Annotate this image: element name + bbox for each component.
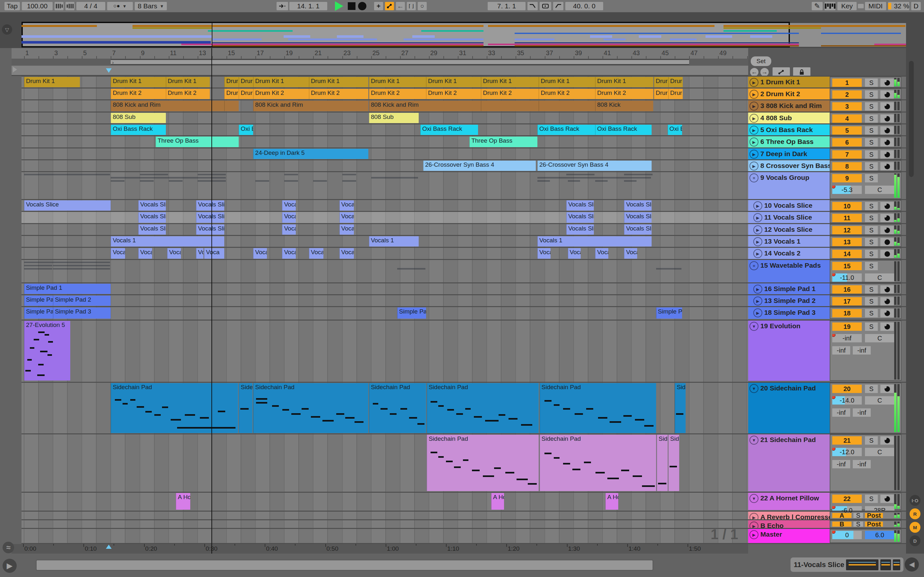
lane-vocals-slice-12[interactable]: Vocals SliVocals SliVocaVocaVocals SliVo… (21, 224, 748, 235)
solo-button[interactable]: S (865, 214, 878, 222)
track-activator-button[interactable]: 10 (832, 202, 862, 210)
send-b-field[interactable]: -inf (853, 460, 871, 468)
clip[interactable]: Sidechain Pad (111, 383, 238, 433)
clip[interactable]: Drum Kit 1 (166, 77, 210, 87)
send-a-field[interactable]: -inf (832, 346, 850, 355)
track-name-block[interactable]: ▶10 Vocals Slice (748, 200, 834, 211)
clip[interactable]: Drum Kit 2 (369, 89, 426, 99)
clip[interactable]: Sidechain Pad (540, 383, 656, 433)
set-button[interactable]: Set (751, 56, 771, 66)
clip[interactable]: Vo (196, 248, 204, 259)
track-activator-button[interactable]: 16 (832, 285, 862, 293)
clip[interactable] (539, 101, 595, 111)
vertical-scrollbar[interactable] (909, 61, 914, 177)
clip[interactable]: Side (657, 435, 668, 491)
track-activator-button[interactable]: 14 (832, 250, 862, 258)
track-name-block[interactable]: ≡15 Wavetable Pads (748, 260, 830, 282)
track-activator-button[interactable]: B (832, 522, 851, 527)
track-activator-button[interactable]: 22 (832, 495, 862, 503)
track-header-22[interactable]: ▼22 A Hornet Pillow22S-6.028R (748, 493, 906, 510)
fold-icon[interactable]: ▶ (750, 530, 758, 539)
solo-button[interactable]: S (865, 90, 878, 99)
volume-field[interactable]: -12.0 (832, 448, 862, 456)
disk-overload-indicator[interactable]: D (911, 2, 921, 10)
track-activator-button[interactable]: 20 (832, 385, 862, 393)
arm-button[interactable] (880, 436, 894, 445)
nudge-down-button[interactable] (55, 2, 63, 10)
solo-button[interactable]: S (865, 297, 878, 306)
arm-button[interactable] (880, 226, 894, 234)
clip[interactable]: Vocals Sli (624, 224, 652, 235)
clip[interactable]: Simple Pad 2 (53, 295, 111, 306)
track-header-18[interactable]: ▶18 Simple Pad 318S (748, 307, 906, 319)
arm-button[interactable] (880, 150, 894, 159)
clip[interactable]: Drum Kit 2 (595, 89, 653, 99)
clip[interactable]: Vocals 1 (369, 236, 419, 247)
track-header-8[interactable]: ▶8 Crossover Syn Bass8S (748, 160, 906, 171)
clip[interactable]: A Ho (606, 493, 619, 510)
scrub-area[interactable] (11, 66, 748, 76)
key-map-button[interactable]: Key (837, 2, 857, 10)
fold-icon[interactable]: ▶ (753, 201, 762, 210)
fold-icon[interactable]: ▶ (750, 513, 758, 519)
clip[interactable]: Oxi Bass Rack (111, 125, 166, 135)
solo-button[interactable]: S (865, 138, 878, 147)
computer-midi-keyboard-button[interactable] (825, 2, 835, 10)
clip[interactable]: Simple Pad 3 (53, 308, 111, 319)
solo-button[interactable]: S (865, 150, 878, 159)
arm-button[interactable] (880, 114, 894, 123)
clip[interactable] (481, 101, 539, 111)
cpu-meter[interactable]: 32 % (888, 2, 909, 10)
follow-toggle-button[interactable]: ≈ (3, 542, 14, 553)
fold-icon[interactable]: ▶ (750, 102, 758, 111)
master-volume-field[interactable]: 0 (832, 531, 862, 539)
clip[interactable]: Voca (282, 248, 296, 259)
clip[interactable]: 808 Sub (369, 113, 419, 123)
insert-marker[interactable] (106, 68, 111, 73)
clip[interactable]: Voca (624, 248, 637, 259)
track-name-block[interactable]: ▶13 Simple Pad 2 (748, 295, 834, 306)
clip[interactable]: Three Op Bass (156, 137, 239, 147)
session-record-button[interactable]: ○ (418, 2, 427, 10)
lane-return-a[interactable] (21, 512, 748, 519)
fold-icon[interactable]: ▶ (750, 78, 758, 87)
track-header-17[interactable]: ▶13 Simple Pad 217S (748, 295, 906, 306)
send-a-field[interactable]: -inf (832, 408, 850, 417)
pan-field[interactable]: C (865, 448, 895, 456)
clip[interactable]: 26-Crossover Syn Bass 4 (537, 161, 652, 171)
clip[interactable]: Oxi Bass Rack (420, 125, 478, 135)
track-header-M[interactable]: ▶Master06.0 (748, 529, 906, 543)
clip[interactable]: Drum Kit 1 (595, 77, 653, 87)
arm-button[interactable] (880, 250, 894, 258)
clip[interactable]: Vocals Sli (196, 212, 224, 223)
track-name-block[interactable]: ▶2 Drum Kit 2 (748, 89, 830, 99)
track-name-block[interactable]: ▶Master (748, 529, 830, 543)
loop-start-display[interactable]: 7. 1. 1 (488, 2, 525, 10)
track-activator-button[interactable]: 21 (832, 436, 862, 445)
capture-selection-button[interactable]: ⌈ ⌋ (407, 2, 416, 10)
clip[interactable]: Voca (339, 248, 354, 259)
pan-field[interactable]: C (865, 334, 895, 342)
track-activator-button[interactable]: 15 (832, 262, 862, 270)
track-name-block[interactable]: ▶18 Simple Pad 3 (748, 307, 834, 319)
solo-button[interactable]: S (865, 102, 878, 111)
track-header-1[interactable]: ▶1 Drum Kit 11S (748, 77, 906, 87)
arm-button[interactable] (880, 297, 894, 306)
clip[interactable]: Voca (339, 212, 354, 223)
clip[interactable]: A Ho (176, 493, 190, 510)
clip[interactable]: 27-Evolution 5 (24, 321, 70, 380)
clip[interactable]: Drum Kit 1 (426, 77, 481, 87)
clip[interactable]: Voca (282, 224, 296, 235)
clip[interactable]: Simple Pa (24, 308, 53, 319)
clip[interactable]: Three Op Bass (469, 137, 537, 147)
clip[interactable]: Simple Pa (24, 295, 53, 306)
track-activator-button[interactable]: 1 (832, 79, 862, 87)
cue-volume-field[interactable]: 6.0 (865, 531, 895, 539)
clip[interactable] (224, 101, 239, 111)
solo-button[interactable]: S (865, 226, 878, 234)
clip[interactable]: Voca (204, 248, 224, 259)
solo-button[interactable]: S (865, 250, 878, 258)
send-b-field[interactable]: -inf (853, 408, 871, 417)
clip[interactable]: Voca (282, 200, 296, 211)
solo-button[interactable]: S (865, 436, 878, 445)
